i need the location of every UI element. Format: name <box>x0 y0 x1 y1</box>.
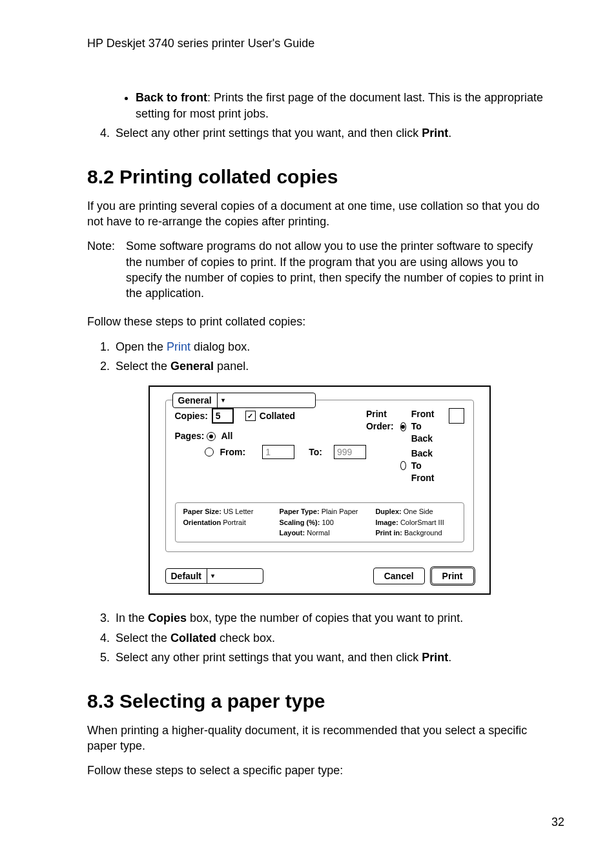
step-1: Open the Print dialog box. <box>113 339 551 355</box>
front-to-back-radio[interactable] <box>400 422 406 431</box>
print-info-panel: Paper Size: US Letter Paper Type: Plain … <box>175 502 464 543</box>
intro-8-2: If you are printing several copies of a … <box>87 198 551 230</box>
step-2: Select the General panel. <box>113 358 551 374</box>
heading-8-2: 8.2 Printing collated copies <box>87 164 551 190</box>
copies-label: Copies: <box>175 410 208 422</box>
bullet-label: Back to front <box>136 91 207 104</box>
panel-dropdown-value: General <box>173 393 217 407</box>
pages-from-radio[interactable] <box>205 447 214 457</box>
pages-all-radio[interactable] <box>207 432 216 441</box>
print-link[interactable]: Print <box>167 340 190 353</box>
step-4-top: Select any other print settings that you… <box>113 125 551 141</box>
from-input[interactable]: 1 <box>262 445 294 459</box>
print-order-label: Print Order: <box>366 408 395 433</box>
note-label: Note: <box>87 238 126 301</box>
copies-input[interactable]: 5 <box>212 408 234 424</box>
follow-8-2: Follow these steps to print collated cop… <box>87 314 551 329</box>
page-header: HP Deskjet 3740 series printer User's Gu… <box>87 36 564 51</box>
pages-label: Pages: <box>175 430 205 442</box>
back-to-front-radio[interactable] <box>400 461 406 470</box>
follow-8-3: Follow these steps to select a specific … <box>87 763 551 778</box>
panel-dropdown[interactable]: General ▾ <box>172 393 316 408</box>
step-4: Select the Collated check box. <box>113 630 551 646</box>
pages-all-label: All <box>221 430 232 442</box>
print-dialog: General ▾ Copies: 5 ✓ Collated <box>149 385 491 595</box>
default-dropdown-value: Default <box>166 569 207 583</box>
default-dropdown[interactable]: Default ▾ <box>165 568 263 584</box>
collated-checkbox[interactable]: ✓ <box>245 411 256 421</box>
front-to-back-label: Front To Back <box>411 408 444 445</box>
cancel-button[interactable]: Cancel <box>373 568 425 584</box>
page-number: 32 <box>551 814 564 830</box>
note-text: Some software programs do not allow you … <box>126 238 551 301</box>
step-3: In the Copies box, type the number of co… <box>113 610 551 626</box>
back-to-front-label: Back To Front <box>411 447 444 484</box>
to-label: To: <box>309 446 322 458</box>
intro-8-3: When printing a higher-quality document,… <box>87 723 551 754</box>
chevron-updown-icon: ▾ <box>207 569 219 583</box>
bullet-back-to-front: Back to front: Prints the first page of … <box>136 90 551 121</box>
to-input[interactable]: 999 <box>334 445 366 459</box>
chevron-updown-icon: ▾ <box>217 393 229 407</box>
step-5: Select any other print settings that you… <box>113 650 551 665</box>
print-button[interactable]: Print <box>431 568 474 584</box>
collate-preview-icon <box>449 408 464 424</box>
collated-label: Collated <box>260 410 295 422</box>
heading-8-3: 8.3 Selecting a paper type <box>87 688 551 715</box>
pages-from-label: From: <box>220 446 246 458</box>
